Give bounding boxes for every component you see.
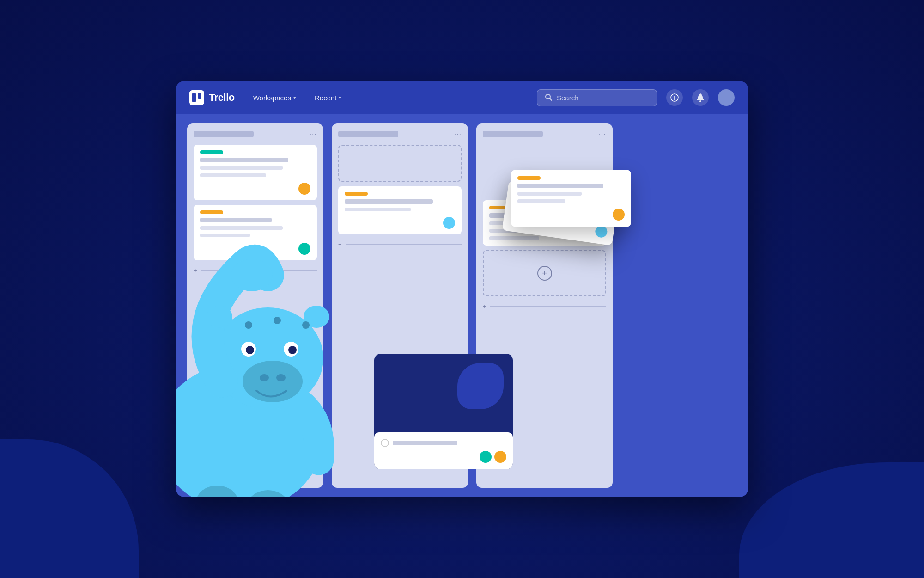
add-card-plus-icon-3: + [483, 303, 486, 310]
svg-point-6 [699, 100, 701, 102]
svg-rect-1 [198, 93, 201, 99]
column-3-header: ··· [483, 130, 606, 138]
card-1-tag [200, 150, 223, 154]
column-2-title [338, 131, 398, 137]
card-3-avatar [443, 217, 455, 229]
floating-card-desc-2 [517, 199, 565, 203]
floating-card-desc-1 [517, 192, 582, 196]
recent-chevron-icon: ▾ [339, 95, 341, 101]
logo-area[interactable]: Trello [189, 90, 235, 105]
add-card-line-3 [490, 306, 606, 307]
add-card-plus-circle: + [537, 266, 552, 281]
dark-card-content [374, 432, 513, 469]
floating-card-right [511, 170, 631, 227]
workspaces-chevron-icon: ▾ [293, 95, 296, 101]
column-2-menu-icon[interactable]: ··· [454, 130, 462, 138]
svg-point-18 [288, 346, 297, 354]
floating-card-footer [517, 209, 625, 221]
svg-point-19 [245, 321, 252, 329]
floating-card-title [517, 184, 603, 188]
column-1-menu-icon[interactable]: ··· [310, 130, 317, 138]
svg-rect-0 [192, 93, 196, 102]
search-bar[interactable]: Search [537, 89, 657, 106]
workspaces-label: Workspaces [253, 94, 291, 102]
svg-point-20 [274, 317, 281, 324]
column-2-header: ··· [338, 130, 462, 138]
svg-text:i: i [674, 95, 675, 101]
dark-floating-card [374, 354, 513, 469]
card-dashed-placeholder [338, 145, 462, 182]
column-3-menu-icon[interactable]: ··· [599, 130, 606, 138]
search-placeholder: Search [557, 94, 579, 102]
svg-line-3 [550, 98, 552, 100]
workspaces-menu[interactable]: Workspaces ▾ [249, 91, 301, 105]
card-1-desc-2 [200, 173, 266, 177]
floating-card-avatar [613, 209, 625, 221]
column-1-title [194, 131, 254, 137]
svg-point-9 [231, 259, 273, 291]
hippo-character [176, 183, 370, 497]
svg-point-21 [302, 321, 310, 329]
floating-card-tag [517, 176, 541, 180]
column-1-header: ··· [194, 130, 317, 138]
info-button[interactable]: i [666, 89, 683, 106]
card-1-title [200, 158, 288, 162]
recent-label: Recent [315, 94, 337, 102]
card-5-desc-3 [489, 236, 539, 240]
add-card-button-3[interactable]: + [483, 303, 606, 310]
trello-logo-icon [189, 90, 204, 105]
svg-point-14 [276, 374, 286, 381]
dark-card-avatar-1 [480, 451, 492, 463]
notifications-button[interactable] [692, 89, 709, 106]
trello-logo-text: Trello [209, 92, 235, 104]
dark-card-blob [457, 363, 504, 409]
card-1-desc-1 [200, 166, 283, 170]
dark-card-title [393, 441, 457, 445]
svg-point-16 [246, 346, 254, 354]
svg-point-13 [260, 374, 269, 381]
recent-menu[interactable]: Recent ▾ [310, 91, 346, 105]
column-3-title [483, 131, 543, 137]
add-card-area-3[interactable]: + [483, 250, 606, 296]
navbar: Trello Workspaces ▾ Recent ▾ Search i [176, 81, 748, 114]
user-avatar[interactable] [718, 89, 735, 106]
search-icon [545, 93, 552, 102]
dark-card-avatar-2 [494, 451, 506, 463]
browser-window: Trello Workspaces ▾ Recent ▾ Search i [176, 81, 748, 497]
svg-point-10 [207, 306, 232, 328]
